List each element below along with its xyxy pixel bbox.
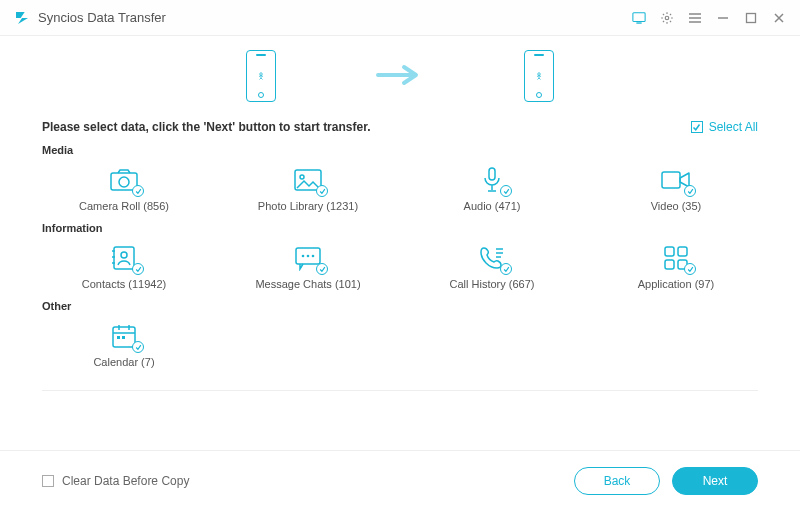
item-label: Camera Roll (856) (79, 200, 169, 212)
item-audio[interactable]: Audio (471) (410, 162, 574, 216)
item-label: Audio (471) (464, 200, 521, 212)
footer: Clear Data Before Copy Back Next (0, 450, 800, 510)
microphone-icon (475, 166, 509, 194)
instruction-text: Please select data, click the 'Next' but… (42, 120, 370, 134)
item-label: Contacts (11942) (82, 278, 166, 290)
content-area: Please select data, click the 'Next' but… (0, 120, 800, 391)
item-camera-roll[interactable]: Camera Roll (856) (42, 162, 206, 216)
svg-rect-3 (747, 13, 756, 22)
item-label: Video (35) (651, 200, 702, 212)
item-application[interactable]: Application (97) (594, 240, 758, 294)
menu-icon[interactable] (688, 11, 702, 25)
app-logo-icon (14, 10, 30, 26)
photo-icon (291, 166, 325, 194)
section-label-media: Media (42, 144, 758, 156)
close-button[interactable] (772, 11, 786, 25)
transfer-arrow-icon (376, 63, 424, 90)
svg-rect-19 (678, 247, 687, 256)
clear-data-toggle[interactable]: Clear Data Before Copy (42, 474, 189, 488)
source-device-icon (246, 50, 276, 102)
app-title: Syncios Data Transfer (38, 10, 166, 25)
svg-point-5 (538, 73, 541, 76)
svg-rect-20 (665, 260, 674, 269)
svg-point-16 (307, 255, 310, 258)
minimize-button[interactable] (716, 11, 730, 25)
chat-icon (291, 244, 325, 272)
divider (42, 390, 758, 391)
device-row (0, 36, 800, 112)
section-label-information: Information (42, 222, 758, 234)
item-label: Calendar (7) (93, 356, 154, 368)
video-icon (659, 166, 693, 194)
item-contacts[interactable]: Contacts (11942) (42, 240, 206, 294)
next-button[interactable]: Next (672, 467, 758, 495)
apps-icon (659, 244, 693, 272)
select-all-toggle[interactable]: Select All (691, 120, 758, 134)
media-grid: Camera Roll (856) Photo Library (1231) A… (42, 162, 758, 216)
svg-point-15 (302, 255, 305, 258)
item-label: Message Chats (101) (255, 278, 360, 290)
svg-point-7 (119, 177, 129, 187)
clear-checkbox-icon (42, 475, 54, 487)
svg-point-4 (260, 73, 263, 76)
phone-icon (475, 244, 509, 272)
target-device-icon (524, 50, 554, 102)
gear-icon[interactable] (660, 11, 674, 25)
item-call-history[interactable]: Call History (667) (410, 240, 574, 294)
camera-icon (107, 166, 141, 194)
svg-rect-11 (662, 172, 680, 188)
calendar-icon (107, 322, 141, 350)
item-label: Application (97) (638, 278, 714, 290)
other-grid: Calendar (7) (42, 318, 758, 372)
clear-label: Clear Data Before Copy (62, 474, 189, 488)
back-button[interactable]: Back (574, 467, 660, 495)
cast-icon[interactable] (632, 11, 646, 25)
item-photo-library[interactable]: Photo Library (1231) (226, 162, 390, 216)
section-label-other: Other (42, 300, 758, 312)
svg-point-17 (312, 255, 315, 258)
window-controls (632, 11, 786, 25)
select-all-checkbox-icon (691, 121, 703, 133)
item-message-chats[interactable]: Message Chats (101) (226, 240, 390, 294)
svg-rect-0 (633, 12, 645, 21)
svg-rect-10 (489, 168, 495, 180)
titlebar: Syncios Data Transfer (0, 0, 800, 36)
svg-point-9 (300, 175, 304, 179)
select-all-label: Select All (709, 120, 758, 134)
svg-rect-1 (636, 22, 641, 23)
item-video[interactable]: Video (35) (594, 162, 758, 216)
contacts-icon (107, 244, 141, 272)
svg-point-2 (665, 16, 669, 20)
svg-rect-23 (117, 336, 120, 339)
svg-rect-24 (122, 336, 125, 339)
item-label: Photo Library (1231) (258, 200, 358, 212)
item-label: Call History (667) (450, 278, 535, 290)
maximize-button[interactable] (744, 11, 758, 25)
information-grid: Contacts (11942) Message Chats (101) Cal… (42, 240, 758, 294)
svg-point-13 (121, 252, 127, 258)
svg-rect-18 (665, 247, 674, 256)
item-calendar[interactable]: Calendar (7) (42, 318, 206, 372)
